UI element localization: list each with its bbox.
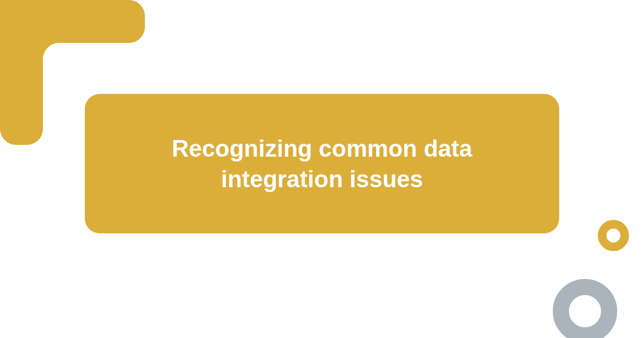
decorative-ring-large-icon	[553, 279, 617, 338]
title-card: Recognizing common data integration issu…	[85, 94, 559, 233]
decorative-ring-small-icon	[598, 220, 629, 251]
page-title: Recognizing common data integration issu…	[128, 133, 516, 194]
